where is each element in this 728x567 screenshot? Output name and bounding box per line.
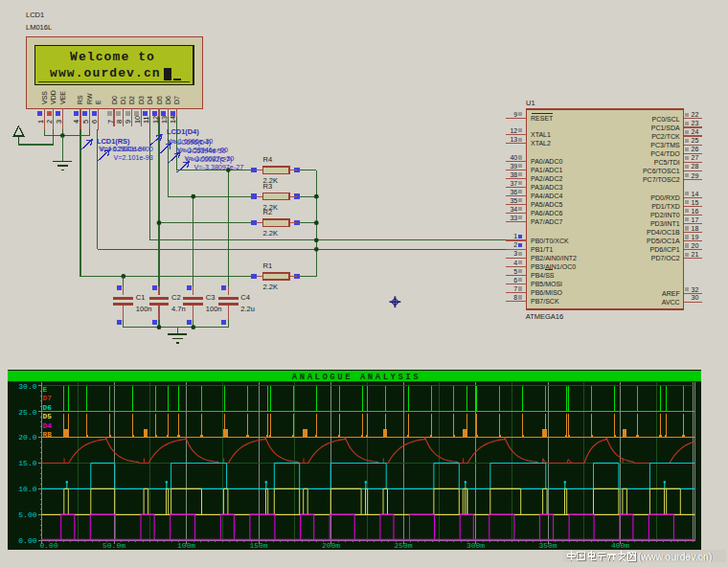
svg-text:(www.ourdev.cn): (www.ourdev.cn) bbox=[638, 551, 712, 562]
svg-text:2: 2 bbox=[45, 120, 54, 124]
svg-text:C1: C1 bbox=[136, 293, 146, 302]
svg-text:D7: D7 bbox=[43, 395, 53, 402]
svg-text:30: 30 bbox=[692, 294, 699, 301]
svg-text:PB7/SCK: PB7/SCK bbox=[531, 298, 559, 305]
svg-text:11: 11 bbox=[142, 116, 150, 124]
svg-text:2.2u: 2.2u bbox=[240, 305, 255, 313]
svg-text:14: 14 bbox=[169, 116, 177, 124]
svg-text:RS: RS bbox=[77, 95, 83, 104]
svg-text:34: 34 bbox=[510, 206, 517, 213]
svg-text:15.0: 15.0 bbox=[18, 459, 36, 467]
svg-text:LCD1(D4): LCD1(D4) bbox=[167, 127, 199, 136]
svg-text:2.2K: 2.2K bbox=[263, 229, 278, 238]
svg-text:PD7/OC2: PD7/OC2 bbox=[651, 255, 680, 261]
svg-text:13: 13 bbox=[160, 116, 169, 124]
svg-text:12: 12 bbox=[151, 116, 160, 124]
svg-text:R2: R2 bbox=[263, 208, 273, 216]
svg-text:AVCC: AVCC bbox=[662, 299, 680, 306]
svg-text:VEE: VEE bbox=[59, 91, 66, 104]
svg-text:PD6/ICP1: PD6/ICP1 bbox=[650, 246, 680, 253]
svg-text:22: 22 bbox=[692, 111, 699, 118]
svg-text:PA0/ADC0: PA0/ADC0 bbox=[531, 158, 562, 165]
svg-text:18: 18 bbox=[692, 225, 699, 232]
svg-text:D4: D4 bbox=[43, 422, 53, 430]
svg-text:40: 40 bbox=[510, 154, 517, 161]
svg-text:E: E bbox=[95, 100, 102, 104]
svg-text:PA1/ADC1: PA1/ADC1 bbox=[531, 167, 562, 173]
svg-text:V=-3.38097e-27: V=-3.38097e-27 bbox=[194, 163, 244, 171]
svg-text:V=LC696(D4): V=LC696(D4) bbox=[169, 138, 211, 147]
svg-text:32: 32 bbox=[692, 286, 699, 293]
svg-text:9: 9 bbox=[513, 111, 517, 118]
svg-text:AREF: AREF bbox=[662, 290, 680, 297]
svg-text:0.00: 0.00 bbox=[18, 536, 36, 545]
svg-text:PA3/ADC3: PA3/ADC3 bbox=[531, 184, 562, 191]
svg-text:PB2/AIN0/INT2: PB2/AIN0/INT2 bbox=[531, 255, 577, 261]
svg-text:24: 24 bbox=[692, 128, 699, 135]
svg-text:26: 26 bbox=[692, 146, 699, 152]
svg-text:R1: R1 bbox=[263, 261, 273, 270]
svg-text:D6: D6 bbox=[165, 96, 171, 104]
svg-text:PD5/OC1A: PD5/OC1A bbox=[647, 238, 680, 244]
svg-text:PC2/TCK: PC2/TCK bbox=[651, 133, 680, 140]
svg-text:ATMEGA16: ATMEGA16 bbox=[526, 312, 563, 321]
svg-text:PD0/RXD: PD0/RXD bbox=[650, 194, 679, 201]
svg-text:D0: D0 bbox=[111, 96, 118, 104]
svg-text:6: 6 bbox=[513, 277, 517, 284]
svg-text:25: 25 bbox=[692, 137, 699, 144]
svg-text:35: 35 bbox=[510, 197, 517, 204]
svg-text:PC3/TMS: PC3/TMS bbox=[650, 142, 680, 148]
svg-text:C2: C2 bbox=[171, 293, 181, 302]
svg-text:www.ourdev.cn: www.ourdev.cn bbox=[50, 66, 161, 80]
svg-text:C3: C3 bbox=[206, 293, 216, 302]
svg-text:Welcome to: Welcome to bbox=[70, 50, 155, 64]
svg-text:5: 5 bbox=[81, 120, 90, 124]
svg-text:V=2.101e-93: V=2.101e-93 bbox=[114, 153, 153, 162]
svg-text:PD3/INT1: PD3/INT1 bbox=[650, 220, 680, 227]
svg-text:LM016L: LM016L bbox=[26, 23, 52, 32]
svg-text:PC4/TDO: PC4/TDO bbox=[650, 150, 680, 157]
svg-text:PA7/ADC7: PA7/ADC7 bbox=[531, 218, 562, 225]
svg-text:U1: U1 bbox=[526, 99, 535, 107]
svg-text:30.0: 30.0 bbox=[18, 382, 36, 391]
svg-text:19: 19 bbox=[692, 234, 699, 240]
svg-text:PC7/TOSC2: PC7/TOSC2 bbox=[643, 176, 680, 183]
svg-text:VSS: VSS bbox=[41, 91, 48, 104]
svg-text:RESET: RESET bbox=[531, 115, 554, 122]
svg-text:PB6/MISO: PB6/MISO bbox=[531, 289, 563, 296]
svg-text:37: 37 bbox=[510, 180, 517, 187]
svg-text:PC5/TDI: PC5/TDI bbox=[654, 159, 680, 166]
svg-text:PB5/MOSI: PB5/MOSI bbox=[531, 281, 562, 287]
svg-text:17: 17 bbox=[692, 216, 699, 223]
svg-text:27: 27 bbox=[692, 154, 699, 161]
svg-text:PB3/AIN1/OC0: PB3/AIN1/OC0 bbox=[531, 263, 576, 270]
svg-text:21: 21 bbox=[692, 251, 699, 258]
svg-text:PA2/ADC2: PA2/ADC2 bbox=[531, 175, 562, 182]
svg-text:PC0/SCL: PC0/SCL bbox=[652, 116, 680, 123]
svg-text:29: 29 bbox=[692, 172, 699, 179]
svg-text:PD2/INT0: PD2/INT0 bbox=[650, 212, 680, 218]
svg-text:D7: D7 bbox=[173, 96, 180, 104]
svg-text:PD1/TXD: PD1/TXD bbox=[651, 203, 680, 210]
svg-text:36: 36 bbox=[510, 189, 517, 195]
svg-text:R4: R4 bbox=[263, 155, 273, 164]
svg-text:25.0: 25.0 bbox=[18, 408, 36, 417]
svg-text:2.2K: 2.2K bbox=[263, 283, 278, 291]
svg-text:PC1/SDA: PC1/SDA bbox=[651, 125, 680, 131]
svg-text:D6: D6 bbox=[43, 404, 53, 412]
svg-text:PB0/T0/XCK: PB0/T0/XCK bbox=[531, 238, 569, 244]
svg-text:ANALOGUE ANALYSIS: ANALOGUE ANALYSIS bbox=[292, 373, 421, 382]
svg-text:39: 39 bbox=[510, 163, 517, 170]
svg-text:PA5/ADC5: PA5/ADC5 bbox=[531, 201, 562, 208]
svg-text:8: 8 bbox=[115, 120, 124, 124]
svg-text:PC6/TOSC1: PC6/TOSC1 bbox=[643, 168, 680, 174]
svg-text:1: 1 bbox=[513, 233, 517, 239]
svg-text:RW: RW bbox=[86, 93, 93, 104]
svg-text:4: 4 bbox=[72, 120, 80, 124]
svg-text:4: 4 bbox=[513, 260, 517, 266]
svg-text:PB1/T1: PB1/T1 bbox=[531, 246, 553, 253]
svg-text:2: 2 bbox=[513, 241, 517, 248]
svg-text:D4: D4 bbox=[147, 96, 153, 104]
svg-text:10: 10 bbox=[133, 116, 142, 124]
svg-text:20: 20 bbox=[692, 242, 699, 249]
